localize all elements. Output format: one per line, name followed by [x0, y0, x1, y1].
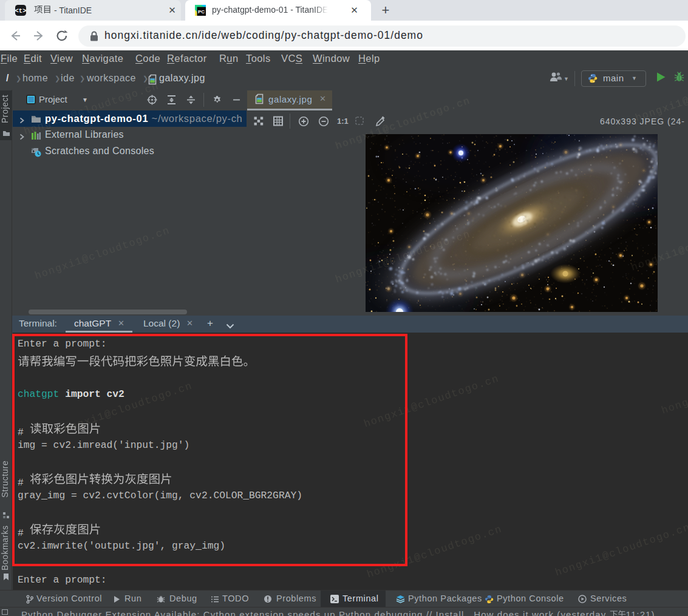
- svg-text:<t>: <t>: [15, 7, 26, 15]
- svg-text:PC: PC: [198, 9, 205, 15]
